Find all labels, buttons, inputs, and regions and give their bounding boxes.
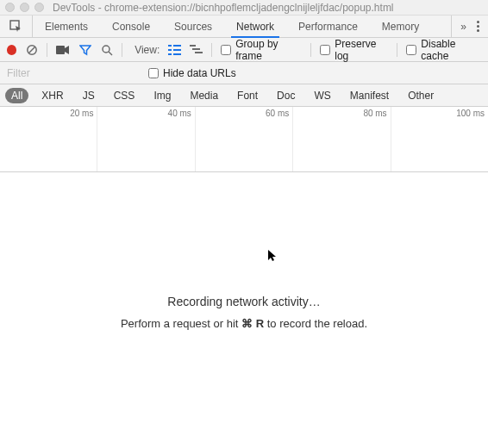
- toolbar-separator: [211, 43, 212, 57]
- checkbox-label: Preserve log: [335, 38, 388, 62]
- tab-performance[interactable]: Performance: [286, 16, 370, 37]
- traffic-min[interactable]: [20, 3, 29, 12]
- type-xhr[interactable]: XHR: [35, 88, 69, 103]
- timeline-tick: 60 ms: [266, 109, 289, 118]
- svg-rect-3: [56, 46, 65, 54]
- svg-line-5: [109, 52, 112, 55]
- svg-point-4: [103, 46, 109, 53]
- svg-rect-11: [173, 53, 181, 55]
- panel-tabs: Elements Console Sources Network Perform…: [33, 16, 451, 37]
- timeline-overview[interactable]: 20 ms 40 ms 60 ms 80 ms 100 ms: [0, 107, 488, 172]
- tab-elements[interactable]: Elements: [33, 16, 100, 37]
- large-rows-icon[interactable]: [168, 43, 181, 57]
- tab-label: Console: [112, 21, 150, 33]
- settings-menu-icon[interactable]: [477, 21, 479, 32]
- tab-label: Elements: [45, 21, 88, 33]
- svg-rect-8: [168, 49, 172, 51]
- filter-icon[interactable]: [78, 43, 91, 57]
- empty-state: Recording network activity… Perform a re…: [0, 295, 488, 330]
- type-other[interactable]: Other: [402, 88, 440, 103]
- traffic-close[interactable]: [5, 3, 15, 12]
- traffic-max[interactable]: [34, 3, 44, 12]
- tabstrip-right: »: [451, 16, 488, 37]
- timeline-tick: 20 ms: [70, 109, 93, 118]
- type-doc[interactable]: Doc: [271, 88, 301, 103]
- hint-message: Perform a request or hit ⌘ R to record t…: [0, 317, 488, 330]
- checkbox-label: Group by frame: [235, 38, 302, 62]
- type-ws[interactable]: WS: [308, 88, 336, 103]
- tab-label: Network: [236, 21, 274, 33]
- record-button[interactable]: [7, 45, 16, 55]
- devtools-tabstrip: Elements Console Sources Network Perform…: [0, 16, 488, 38]
- svg-rect-7: [173, 45, 181, 47]
- tab-console[interactable]: Console: [100, 16, 162, 37]
- timeline-tick: 100 ms: [456, 109, 485, 118]
- toolbar-separator: [397, 43, 397, 57]
- more-tabs-icon[interactable]: »: [460, 21, 466, 33]
- svg-line-2: [28, 47, 34, 53]
- type-font[interactable]: Font: [231, 88, 264, 103]
- toolbar-separator: [122, 43, 122, 57]
- type-js[interactable]: JS: [77, 88, 101, 103]
- filter-bar: Hide data URLs: [0, 62, 488, 84]
- hint-prefix: Perform a request or hit: [121, 317, 241, 330]
- tab-label: Sources: [174, 21, 212, 33]
- window-titlebar: DevTools - chrome-extension://bicnhpofle…: [0, 0, 488, 16]
- cursor-icon: [268, 250, 277, 264]
- camera-icon[interactable]: [56, 43, 70, 57]
- group-by-frame-checkbox[interactable]: Group by frame: [221, 38, 302, 62]
- svg-rect-0: [10, 21, 19, 29]
- network-toolbar: View: Group by frame Preserve log Disabl…: [0, 38, 488, 62]
- type-all[interactable]: All: [5, 88, 28, 103]
- tab-label: Performance: [298, 21, 358, 33]
- recording-message: Recording network activity…: [0, 295, 488, 308]
- tab-sources[interactable]: Sources: [162, 16, 224, 37]
- preserve-log-checkbox[interactable]: Preserve log: [320, 38, 388, 62]
- checkbox-label: Disable cache: [421, 38, 481, 62]
- type-manifest[interactable]: Manifest: [344, 88, 395, 103]
- timeline-tick: 80 ms: [363, 109, 386, 118]
- disable-cache-checkbox[interactable]: Disable cache: [406, 38, 481, 62]
- view-label: View:: [135, 44, 160, 56]
- network-log-area: Recording network activity… Perform a re…: [0, 172, 488, 448]
- hide-data-urls-checkbox[interactable]: Hide data URLs: [148, 67, 236, 79]
- type-img[interactable]: Img: [147, 88, 177, 103]
- clear-icon[interactable]: [25, 43, 38, 57]
- type-media[interactable]: Media: [184, 88, 224, 103]
- svg-rect-14: [195, 52, 203, 53]
- filter-input-wrap: [7, 67, 136, 79]
- svg-rect-12: [190, 45, 196, 47]
- timeline-tick: 40 ms: [168, 109, 191, 118]
- svg-rect-10: [168, 53, 172, 55]
- svg-point-1: [28, 45, 36, 53]
- filter-input[interactable]: [7, 67, 136, 79]
- window-traffic-lights: [5, 3, 44, 12]
- tab-network[interactable]: Network: [224, 16, 286, 37]
- type-css[interactable]: CSS: [108, 88, 141, 103]
- toolbar-separator: [47, 43, 47, 57]
- toolbar-separator: [310, 43, 311, 57]
- hint-suffix: to record the reload.: [264, 317, 367, 330]
- resource-type-filter: All XHR JS CSS Img Media Font Doc WS Man…: [0, 84, 488, 107]
- svg-rect-6: [168, 45, 172, 47]
- search-icon[interactable]: [100, 43, 113, 57]
- waterfall-icon[interactable]: [190, 43, 203, 57]
- tab-label: Memory: [382, 21, 419, 33]
- inspect-element-button[interactable]: [0, 16, 33, 37]
- window-title: DevTools - chrome-extension://bicnhpofle…: [53, 2, 394, 14]
- svg-rect-13: [192, 48, 200, 50]
- checkbox-label: Hide data URLs: [163, 67, 236, 79]
- hint-key: ⌘ R: [241, 317, 264, 330]
- tab-memory[interactable]: Memory: [370, 16, 431, 37]
- svg-rect-9: [173, 49, 181, 51]
